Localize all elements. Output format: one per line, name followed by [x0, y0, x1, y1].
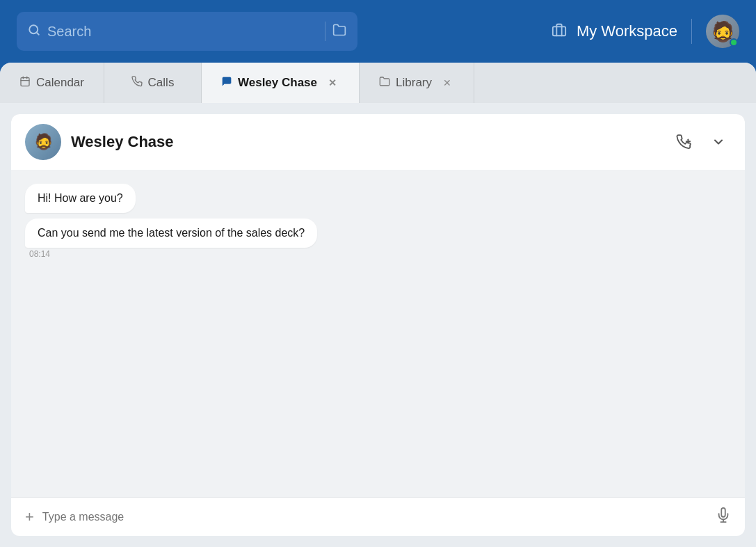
input-bar: +	[11, 497, 745, 536]
tab-calendar-label: Calendar	[36, 76, 84, 90]
tabs-bar: Calendar Calls Wesley Chase ✕	[0, 63, 756, 103]
add-attachment-button[interactable]: +	[25, 508, 34, 526]
chat-header-actions	[670, 128, 731, 156]
message-time-2: 08:14	[29, 249, 731, 259]
message-1: Hi! How are you?	[25, 184, 731, 213]
message-2: Can you send me the latest version of th…	[25, 219, 731, 259]
workspace-icon	[552, 22, 567, 41]
tab-calls[interactable]: Calls	[104, 63, 202, 103]
message-area: Hi! How are you? Can you send me the lat…	[11, 170, 745, 497]
svg-line-1	[36, 32, 38, 34]
tab-spacer	[474, 63, 756, 103]
online-status-dot	[730, 38, 738, 47]
svg-rect-2	[553, 26, 565, 35]
tab-chat-close[interactable]: ✕	[325, 76, 339, 90]
library-icon	[379, 76, 390, 90]
chat-container: 🧔 Wesley Chase Hi! How	[11, 114, 745, 536]
tab-library-label: Library	[396, 76, 432, 90]
avatar[interactable]: 🧔	[706, 15, 739, 48]
search-icon	[28, 24, 40, 40]
chat-header: 🧔 Wesley Chase	[11, 114, 745, 170]
chat-contact-avatar: 🧔	[25, 124, 61, 160]
tab-calendar[interactable]: Calendar	[0, 63, 104, 103]
calendar-icon	[19, 76, 31, 90]
tab-calls-label: Calls	[148, 76, 175, 90]
tab-chat[interactable]: Wesley Chase ✕	[202, 63, 360, 103]
mic-button[interactable]	[716, 507, 731, 526]
tab-chat-label: Wesley Chase	[238, 76, 317, 90]
search-divider	[325, 22, 325, 41]
chat-contact-name: Wesley Chase	[71, 133, 670, 151]
search-bar[interactable]	[17, 12, 357, 51]
workspace-label: My Workspace	[577, 22, 677, 40]
topbar: My Workspace 🧔	[0, 0, 756, 63]
workspace-area: My Workspace 🧔	[552, 15, 739, 48]
chat-icon	[221, 76, 232, 90]
message-bubble-2: Can you send me the latest version of th…	[25, 219, 317, 248]
message-input[interactable]	[42, 511, 707, 523]
calls-icon	[131, 76, 143, 90]
tab-library-close[interactable]: ✕	[440, 76, 454, 90]
search-input[interactable]	[47, 24, 318, 40]
add-call-button[interactable]	[670, 128, 698, 156]
folder-icon[interactable]	[332, 23, 346, 40]
tab-library[interactable]: Library ✕	[360, 63, 474, 103]
svg-rect-3	[21, 78, 29, 86]
main-content: Calendar Calls Wesley Chase ✕	[0, 63, 756, 547]
expand-button[interactable]	[706, 129, 731, 154]
message-bubble-1: Hi! How are you?	[25, 184, 136, 213]
workspace-divider	[691, 19, 692, 44]
